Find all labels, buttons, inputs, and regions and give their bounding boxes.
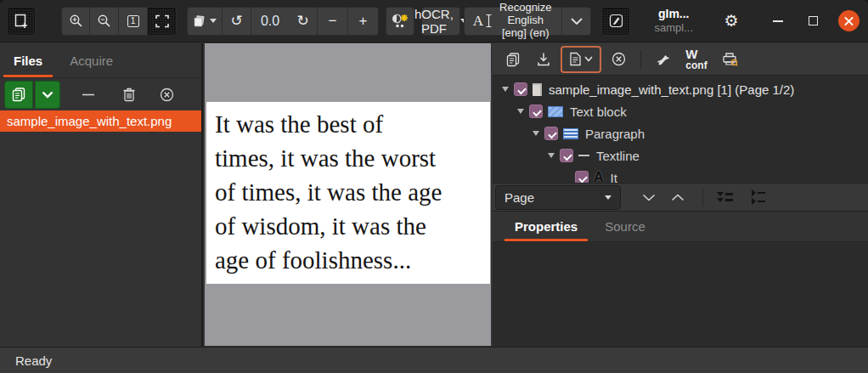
- minimize-icon: [773, 20, 783, 22]
- headerbar: 1 ↺: [0, 0, 868, 42]
- tree-row-textline[interactable]: Textline: [493, 144, 868, 167]
- rotate-cw-icon: ↻: [296, 14, 308, 28]
- ocr-mode-dropdown[interactable]: hOCR, PDF: [421, 7, 460, 36]
- preview-button[interactable]: [716, 47, 743, 72]
- sources-tabbar: Files Acquire: [0, 43, 201, 78]
- properties-content: [493, 242, 868, 347]
- zoom-in-button[interactable]: [61, 7, 90, 36]
- expand-all-button[interactable]: [713, 190, 736, 204]
- collapse-all-icon: [752, 189, 765, 196]
- checkbox[interactable]: [514, 82, 527, 96]
- document-text-line: of times, it was the age: [215, 175, 490, 209]
- expander-icon[interactable]: [515, 109, 526, 114]
- increase-button[interactable]: +: [348, 7, 379, 36]
- export-dropdown-button[interactable]: [564, 47, 598, 72]
- rotation-angle-value[interactable]: 0.0: [251, 7, 289, 36]
- app-menu-button[interactable]: ⚙: [717, 7, 746, 36]
- page-type-value: Page: [504, 190, 534, 205]
- status-text: Ready: [15, 353, 52, 368]
- word-confidence-icon: W conf: [685, 48, 707, 71]
- expander-icon[interactable]: [499, 87, 510, 92]
- recognize-button[interactable]: A Recognize English [eng] (en): [464, 7, 563, 36]
- tab-acquire[interactable]: Acquire: [56, 43, 127, 77]
- tab-properties-label: Properties: [515, 219, 578, 234]
- collapse-all-button[interactable]: [748, 188, 769, 206]
- file-list-item-selected[interactable]: sample_image_with_text.png: [0, 110, 201, 132]
- circle-x-icon: [160, 88, 174, 102]
- recognize-language-dropdown[interactable]: [562, 7, 591, 36]
- select-area-tool-button[interactable]: [7, 7, 36, 36]
- rotate-cw-button[interactable]: ↻: [289, 7, 318, 36]
- tree-row-paragraph[interactable]: Paragraph: [493, 122, 868, 144]
- original-size-icon: 1: [127, 15, 139, 27]
- minimize-button[interactable]: [773, 20, 783, 22]
- word-confidence-toggle[interactable]: W conf: [680, 47, 713, 72]
- tree-label: sample_image_with_text.png [1] (Page 1/2…: [549, 82, 794, 97]
- zoom-original-button[interactable]: 1: [119, 7, 148, 36]
- minus-icon: [82, 93, 94, 96]
- tab-files[interactable]: Files: [0, 43, 56, 77]
- chevron-down-icon: [42, 91, 54, 99]
- add-images-icon: [11, 87, 26, 102]
- text-cursor-icon: [485, 14, 493, 28]
- tree-row-page[interactable]: sample_image_with_text.png [1] (Page 1/2…: [493, 78, 868, 100]
- maximize-button[interactable]: [809, 16, 818, 25]
- page-type-dropdown[interactable]: Page: [495, 185, 621, 210]
- trash-icon: [122, 87, 136, 102]
- print-preview-icon: [722, 52, 738, 66]
- tree-row-textblock[interactable]: Text block: [493, 100, 868, 122]
- nav-next-button[interactable]: [634, 185, 663, 210]
- zoom-out-button[interactable]: [90, 7, 119, 36]
- collapse-all-icon-row2: [752, 198, 765, 205]
- checkbox[interactable]: [560, 149, 573, 162]
- chevron-down-icon: [584, 56, 593, 62]
- circle-x-icon: [612, 52, 626, 66]
- output-pane-toggle[interactable]: [601, 7, 630, 36]
- checkbox[interactable]: [544, 127, 558, 140]
- delete-file-button[interactable]: [115, 81, 144, 109]
- gimagereader-window: 1 ↺: [0, 0, 868, 373]
- document-text-line: age of foolishness...: [215, 243, 490, 277]
- window-title: gIm... sampl...: [654, 7, 693, 34]
- clear-output-button[interactable]: [605, 47, 632, 72]
- maximize-icon: [809, 16, 818, 25]
- zoom-fit-button[interactable]: [148, 7, 177, 36]
- chevron-down-icon: [642, 194, 656, 201]
- expander-icon[interactable]: [545, 153, 556, 158]
- text-block-icon: [548, 106, 563, 117]
- expander-icon[interactable]: [530, 131, 541, 136]
- hocr-tree: sample_image_with_text.png [1] (Page 1/2…: [493, 76, 868, 183]
- export-dropdown-focus: [561, 46, 601, 73]
- open-hocr-button[interactable]: [499, 47, 527, 72]
- window-subtitle-text: sampl...: [654, 21, 693, 35]
- pages-stack-icon: [193, 14, 206, 28]
- document-icon: [569, 52, 582, 66]
- add-images-dropdown[interactable]: [35, 81, 60, 109]
- zoom-out-icon: [97, 14, 111, 28]
- zoom-button-group: 1: [61, 7, 177, 36]
- image-controls-toggle[interactable]: [386, 7, 414, 36]
- brightness-controls-icon: [392, 13, 409, 29]
- checkbox[interactable]: [529, 105, 543, 118]
- document-text-line: of wisdom, it was the: [215, 209, 490, 243]
- chevron-down-icon: [210, 19, 217, 23]
- tree-label: Paragraph: [585, 127, 645, 141]
- clear-files-button[interactable]: [152, 81, 181, 109]
- remove-file-button[interactable]: [74, 81, 103, 109]
- rotate-ccw-button[interactable]: ↺: [223, 7, 251, 36]
- file-name: sample_image_with_text.png: [7, 114, 172, 128]
- rotate-mode-dropdown[interactable]: [187, 7, 223, 36]
- nav-prev-button[interactable]: [663, 185, 692, 210]
- select-area-icon: [14, 14, 29, 29]
- add-images-button[interactable]: [4, 81, 33, 109]
- pen-strikethrough-icon: [656, 52, 671, 67]
- replace-button[interactable]: [650, 47, 677, 72]
- save-hocr-button[interactable]: [530, 47, 557, 72]
- checkbox[interactable]: [575, 171, 589, 183]
- decrease-button[interactable]: −: [318, 7, 348, 36]
- tab-properties[interactable]: Properties: [501, 212, 591, 241]
- tab-source[interactable]: Source: [591, 212, 659, 241]
- tree-row-word[interactable]: A It: [493, 167, 868, 183]
- image-canvas[interactable]: It was the best of times, it was the wor…: [205, 43, 491, 346]
- close-button[interactable]: [838, 10, 860, 31]
